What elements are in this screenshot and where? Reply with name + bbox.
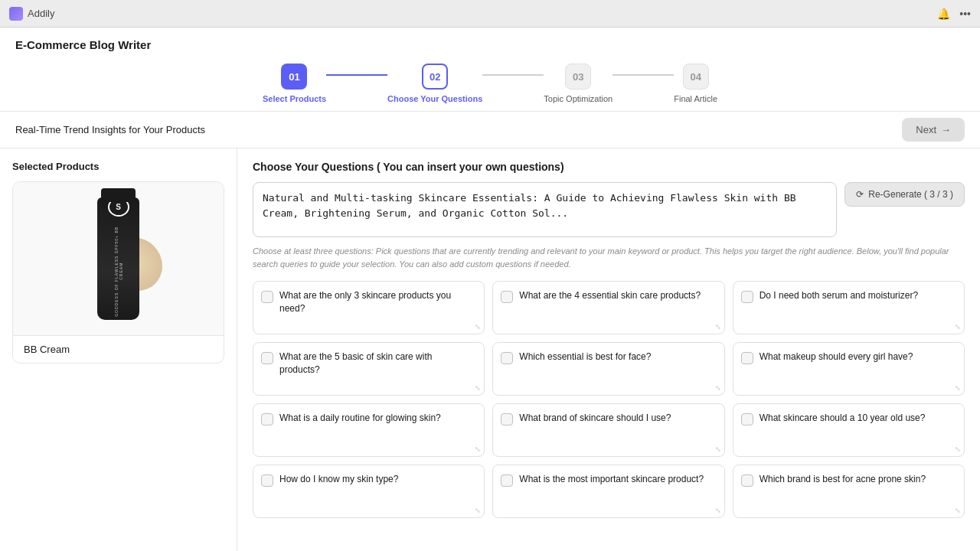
resize-icon-11: ⤡ [955,507,961,514]
left-panel: Selected Products S GODDESS OF FLAWLESS … [0,148,237,551]
question-text-2: Do I need both serum and moisturizer? [760,289,956,302]
resize-icon-5: ⤡ [955,384,961,392]
toolbar: Real-Time Trend Insights for Your Produc… [0,111,980,148]
question-card-9: How do I know my skin type? ⤡ [253,465,485,518]
resize-icon-10: ⤡ [715,507,721,514]
question-checkbox-6[interactable] [261,413,273,425]
questions-grid: What are the only 3 skincare products yo… [253,281,965,518]
question-text-6: What is a daily routine for glowing skin… [279,412,476,425]
step-3: 03 Topic Optimization [544,64,612,103]
hint-text: Choose at least three questions: Pick qu… [253,245,965,270]
more-icon[interactable]: ••• [959,8,971,20]
question-checkbox-7[interactable] [501,413,513,425]
questions-header: Choose Your Questions ( You can insert y… [253,161,965,173]
question-card-10: What is the most important skincare prod… [492,465,724,518]
question-checkbox-8[interactable] [741,413,753,425]
step-label-2: Choose Your Questions [387,94,482,103]
resize-icon-1: ⤡ [715,323,721,331]
next-button[interactable]: Next → [902,118,965,142]
question-card-8: What skincare should a 10 year old use? … [733,403,965,457]
app-header: E-Commerce Blog Writer [0,28,980,51]
question-text-7: What brand of skincare should I use? [519,412,716,425]
titlebar: Addily 🔔 ••• [0,0,980,28]
question-text-0: What are the only 3 skincare products yo… [279,289,476,315]
resize-icon-8: ⤡ [955,445,961,453]
step-circle-4: 04 [683,64,709,90]
product-image-area: S GODDESS OF FLAWLESS SPF50+ BB CREAM [13,182,224,335]
step-circle-2: 02 [422,64,448,90]
question-card-6: What is a daily routine for glowing skin… [253,403,485,457]
question-checkbox-11[interactable] [741,474,753,487]
topic-textarea[interactable] [253,182,837,237]
arrow-right-icon: → [941,124,951,135]
step-label-1: Select Products [263,94,326,103]
question-card-11: Which brand is best for acne prone skin?… [733,465,965,518]
tube-text: GODDESS OF FLAWLESS SPF50+ BB CREAM [114,223,123,320]
app-name: Addily [28,8,54,19]
resize-icon-4: ⤡ [715,384,721,392]
question-text-5: What makeup should every girl have? [760,350,956,364]
step-4: 04 Final Article [674,64,717,103]
resize-icon-6: ⤡ [475,445,481,453]
regenerate-button[interactable]: ⟳ Re-Generate ( 3 / 3 ) [844,182,965,207]
question-checkbox-4[interactable] [501,352,513,364]
step-connector-3 [612,74,674,76]
page-title: E-Commerce Blog Writer [15,38,151,51]
question-checkbox-9[interactable] [261,474,273,487]
bell-icon[interactable]: 🔔 [937,8,950,20]
stepper: 01 Select Products 02 Choose Your Questi… [0,51,980,111]
right-panel: Choose Your Questions ( You can insert y… [237,148,980,551]
toolbar-title: Real-Time Trend Insights for Your Produc… [15,124,205,135]
step-circle-3: 03 [565,64,591,90]
questions-title: Choose Your Questions ( You can insert y… [253,161,564,173]
step-circle-1: 01 [281,64,307,90]
step-label-4: Final Article [674,94,717,103]
question-card-4: Which essential is best for face? ⤡ [492,342,724,396]
question-card-1: What are the 4 essential skin care produ… [492,281,724,334]
refresh-icon: ⟳ [856,189,864,200]
main-content: Selected Products S GODDESS OF FLAWLESS … [0,148,980,551]
product-label: BB Cream [13,335,224,363]
app-logo-icon [9,7,23,21]
titlebar-left: Addily [9,7,54,21]
question-text-1: What are the 4 essential skin care produ… [519,289,716,302]
question-checkbox-0[interactable] [261,291,273,303]
question-card-2: Do I need both serum and moisturizer? ⤡ [733,281,965,334]
step-1: 01 Select Products [263,64,326,103]
question-checkbox-2[interactable] [741,291,753,303]
question-text-10: What is the most important skincare prod… [519,473,716,486]
selected-products-title: Selected Products [12,161,224,172]
question-card-7: What brand of skincare should I use? ⤡ [492,403,724,457]
resize-icon-2: ⤡ [955,323,961,331]
resize-icon-7: ⤡ [715,445,721,453]
question-checkbox-5[interactable] [741,352,753,364]
question-text-8: What skincare should a 10 year old use? [760,412,956,425]
question-card-3: What are the 5 basic of skin care with p… [253,342,485,396]
product-card: S GODDESS OF FLAWLESS SPF50+ BB CREAM BB… [12,181,224,364]
resize-icon-9: ⤡ [475,507,481,514]
titlebar-right: 🔔 ••• [937,8,971,20]
product-image: S GODDESS OF FLAWLESS SPF50+ BB CREAM [97,197,139,320]
question-text-9: How do I know my skin type? [279,473,476,486]
topic-area-wrap: ⟳ Re-Generate ( 3 / 3 ) [253,182,965,237]
question-checkbox-3[interactable] [261,352,273,364]
question-text-3: What are the 5 basic of skin care with p… [279,350,476,377]
question-card-0: What are the only 3 skincare products yo… [253,281,485,334]
app-container: E-Commerce Blog Writer 01 Select Product… [0,28,980,551]
question-checkbox-1[interactable] [501,291,513,303]
resize-icon-3: ⤡ [475,384,481,392]
step-label-3: Topic Optimization [544,94,612,103]
question-card-5: What makeup should every girl have? ⤡ [733,342,965,396]
question-checkbox-10[interactable] [501,474,513,487]
step-2: 02 Choose Your Questions [387,64,482,103]
question-text-4: Which essential is best for face? [519,350,716,364]
step-connector-2 [482,74,544,76]
resize-icon-0: ⤡ [475,323,481,331]
step-connector-1 [326,74,387,76]
question-text-11: Which brand is best for acne prone skin? [760,473,956,486]
